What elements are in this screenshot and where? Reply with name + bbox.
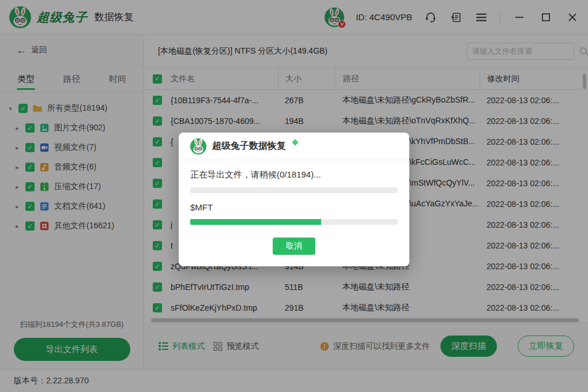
- diamond-accent-icon: [292, 139, 298, 145]
- current-file-progress-bar: [190, 219, 398, 225]
- dialog-header: 超级兔子数据恢复: [179, 133, 409, 160]
- cancel-button[interactable]: 取消: [273, 238, 315, 255]
- export-status-message: 正在导出文件，请稍候(0/18194)...: [190, 169, 398, 180]
- current-file-label: $MFT: [190, 202, 398, 212]
- current-progress-fill: [190, 219, 321, 225]
- dialog-rabbit-icon: [190, 138, 206, 154]
- overall-progress-bar: [190, 187, 398, 193]
- dialog-title: 超级兔子数据恢复: [212, 140, 286, 152]
- app-window: 超级兔子 数据恢复 V ID: 4C490VPB: [0, 0, 588, 392]
- export-progress-dialog: 超级兔子数据恢复 正在导出文件，请稍候(0/18194)... $MFT 取消: [179, 133, 409, 266]
